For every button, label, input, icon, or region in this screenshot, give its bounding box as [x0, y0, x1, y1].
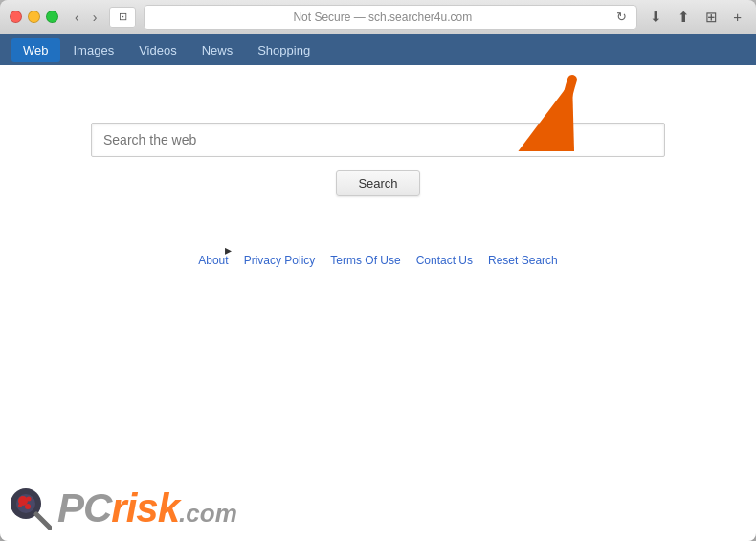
- logo-risk: risk: [111, 485, 179, 531]
- search-button[interactable]: Search: [336, 170, 419, 196]
- logo-pc: PC: [57, 485, 111, 531]
- close-button[interactable]: [10, 11, 22, 23]
- footer-link-privacy[interactable]: Privacy Policy: [244, 254, 316, 267]
- tab-shopping[interactable]: Shopping: [246, 38, 322, 62]
- tab-images[interactable]: Images: [62, 38, 126, 62]
- svg-line-2: [36, 514, 50, 528]
- share-button[interactable]: ⬆: [673, 7, 695, 28]
- svg-point-7: [25, 504, 31, 509]
- maximize-button[interactable]: [46, 11, 58, 23]
- reload-button[interactable]: ↻: [616, 10, 627, 24]
- add-tab-button[interactable]: +: [728, 7, 746, 27]
- page-content: Search ▸ About Privacy Policy Terms Of U…: [0, 65, 756, 541]
- tab-videos[interactable]: Videos: [127, 38, 189, 62]
- toolbar-icons: ⬇ ⬆ ⊞ +: [645, 7, 746, 28]
- svg-point-6: [18, 504, 22, 507]
- search-input[interactable]: [91, 123, 665, 157]
- download-button[interactable]: ⬇: [645, 7, 667, 28]
- tab-bar-area: ⊡ Not Secure — sch.searcher4u.com ↻: [109, 5, 637, 30]
- logo-dotcom: .com: [179, 499, 237, 529]
- footer-link-contact[interactable]: Contact Us: [416, 254, 473, 267]
- title-bar: ‹ › ⊡ Not Secure — sch.searcher4u.com ↻ …: [0, 0, 756, 34]
- tab-web[interactable]: Web: [11, 38, 60, 62]
- footer-link-reset[interactable]: Reset Search: [488, 254, 558, 267]
- svg-point-5: [27, 497, 32, 502]
- logo-text: PC risk .com: [57, 485, 237, 531]
- back-button[interactable]: ‹: [70, 8, 84, 27]
- footer-link-terms[interactable]: Terms Of Use: [330, 254, 400, 267]
- search-form: Search: [91, 123, 665, 196]
- tab-news[interactable]: News: [190, 38, 245, 62]
- footer-link-about[interactable]: About: [198, 254, 228, 267]
- traffic-lights: [10, 11, 58, 23]
- browser-window: ‹ › ⊡ Not Secure — sch.searcher4u.com ↻ …: [0, 0, 756, 541]
- tab-icon[interactable]: ⊡: [109, 7, 136, 28]
- minimize-button[interactable]: [28, 11, 40, 23]
- footer-links: About Privacy Policy Terms Of Use Contac…: [198, 254, 557, 267]
- nav-tabs: Web Images Videos News Shopping: [0, 34, 756, 65]
- tab-manage-button[interactable]: ⊞: [700, 7, 723, 28]
- address-bar[interactable]: Not Secure — sch.searcher4u.com ↻: [144, 5, 637, 30]
- watermark: PC risk .com: [10, 485, 237, 531]
- forward-button[interactable]: ›: [88, 8, 102, 27]
- logo-icon: [10, 487, 52, 530]
- address-text: Not Secure — sch.searcher4u.com: [154, 11, 611, 24]
- nav-buttons: ‹ ›: [70, 8, 101, 27]
